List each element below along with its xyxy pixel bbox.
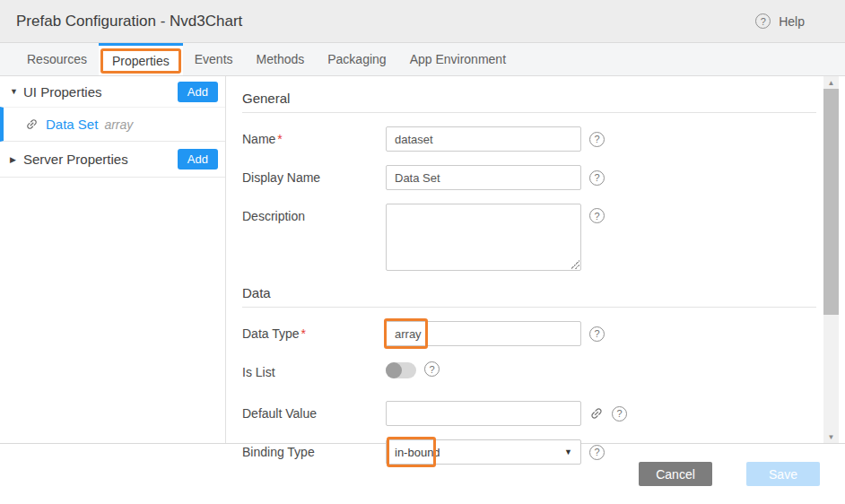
tab-properties[interactable]: Properties xyxy=(99,43,183,75)
field-row-binding-type: Binding Type in-bound ▼ ? xyxy=(242,439,816,465)
ui-properties-add-button[interactable]: Add xyxy=(178,82,218,102)
resize-handle-icon[interactable] xyxy=(571,260,579,269)
field-row-default-value: Default Value ? xyxy=(242,401,816,426)
cancel-button[interactable]: Cancel xyxy=(639,462,712,486)
display-name-help-icon[interactable]: ? xyxy=(589,170,605,186)
annotation-box-properties-tab: Properties xyxy=(100,48,181,74)
server-properties-add-button[interactable]: Add xyxy=(178,149,218,169)
sidebar-group-ui-properties[interactable]: ▼ UI Properties Add xyxy=(0,76,225,107)
caret-right-icon: ▶ xyxy=(10,155,23,164)
default-value-help-icon[interactable]: ? xyxy=(612,406,627,421)
section-data-title: Data xyxy=(242,285,816,308)
display-name-input[interactable] xyxy=(386,165,581,190)
data-type-label: Data Type* xyxy=(242,321,386,341)
tab-packaging-label: Packaging xyxy=(327,52,386,66)
tab-methods-label: Methods xyxy=(257,52,305,66)
default-value-input[interactable] xyxy=(386,401,581,426)
tab-resources[interactable]: Resources xyxy=(15,43,99,75)
required-asterisk: * xyxy=(301,326,306,341)
field-row-name: Name* ? xyxy=(242,126,816,152)
help-icon: ? xyxy=(755,13,771,29)
dialog-body: ▼ UI Properties Add Data Set array ▶ Ser… xyxy=(0,76,845,443)
dialog-title: Prefab Configuration - Nvd3Chart xyxy=(16,13,242,30)
name-help-icon[interactable]: ? xyxy=(589,132,605,147)
caret-down-icon: ▼ xyxy=(10,87,23,96)
field-row-display-name: Display Name ? xyxy=(242,165,816,190)
dialog-header: Prefab Configuration - Nvd3Chart ? Help xyxy=(0,0,845,43)
tab-resources-label: Resources xyxy=(27,52,87,66)
binding-type-select[interactable]: in-bound ▼ xyxy=(386,439,581,465)
help-link[interactable]: ? Help xyxy=(755,13,805,29)
field-row-is-list: Is List ? xyxy=(242,360,816,379)
is-list-help-icon[interactable]: ? xyxy=(424,361,440,377)
toggle-knob xyxy=(386,362,402,378)
ui-properties-label: UI Properties xyxy=(23,84,178,100)
properties-form: General Name* ? Display Name ? xyxy=(226,76,816,443)
display-name-label: Display Name xyxy=(242,165,386,185)
vertical-scrollbar[interactable]: ▲ ▼ xyxy=(823,76,839,443)
tab-bar: Resources Properties Events Methods Pack… xyxy=(0,43,845,76)
scroll-down-icon[interactable]: ▼ xyxy=(823,430,839,443)
tab-app-environment[interactable]: App Environment xyxy=(398,43,518,75)
server-properties-label: Server Properties xyxy=(23,152,178,167)
name-input[interactable] xyxy=(386,126,581,152)
is-list-toggle[interactable] xyxy=(386,362,416,378)
scrollbar-thumb[interactable] xyxy=(823,89,839,315)
bind-link-icon[interactable] xyxy=(589,406,604,421)
binding-type-value: in-bound xyxy=(395,446,440,459)
field-row-description: Description ? xyxy=(242,204,816,271)
data-set-item-label: Data Set xyxy=(46,117,98,132)
tab-app-environment-label: App Environment xyxy=(410,52,506,66)
required-asterisk: * xyxy=(277,132,282,146)
data-type-input[interactable] xyxy=(386,321,581,346)
tab-properties-label: Properties xyxy=(112,54,170,68)
sidebar: ▼ UI Properties Add Data Set array ▶ Ser… xyxy=(0,76,226,443)
tab-methods[interactable]: Methods xyxy=(245,43,317,75)
dropdown-arrow-icon: ▼ xyxy=(564,448,572,456)
binding-type-label: Binding Type xyxy=(242,439,386,459)
link-icon xyxy=(25,117,39,131)
sidebar-group-server-properties[interactable]: ▶ Server Properties Add xyxy=(0,142,225,178)
help-label: Help xyxy=(779,14,805,29)
description-textarea[interactable] xyxy=(386,204,581,271)
scroll-up-icon[interactable]: ▲ xyxy=(823,76,839,89)
name-label: Name* xyxy=(242,126,386,146)
section-general-title: General xyxy=(242,91,816,113)
description-label: Description xyxy=(242,204,386,223)
default-value-label: Default Value xyxy=(242,401,386,421)
data-set-item-type: array xyxy=(104,117,133,132)
tab-events[interactable]: Events xyxy=(183,43,245,75)
prefab-config-dialog: Prefab Configuration - Nvd3Chart ? Help … xyxy=(0,0,845,504)
field-row-data-type: Data Type* ? xyxy=(242,321,816,346)
save-button[interactable]: Save xyxy=(746,462,820,486)
is-list-label: Is List xyxy=(242,360,386,379)
tab-packaging[interactable]: Packaging xyxy=(316,43,397,75)
description-help-icon[interactable]: ? xyxy=(589,208,605,223)
data-type-help-icon[interactable]: ? xyxy=(589,326,605,342)
tab-events-label: Events xyxy=(195,52,233,66)
sidebar-item-data-set[interactable]: Data Set array xyxy=(0,107,225,142)
binding-type-help-icon[interactable]: ? xyxy=(589,445,605,460)
